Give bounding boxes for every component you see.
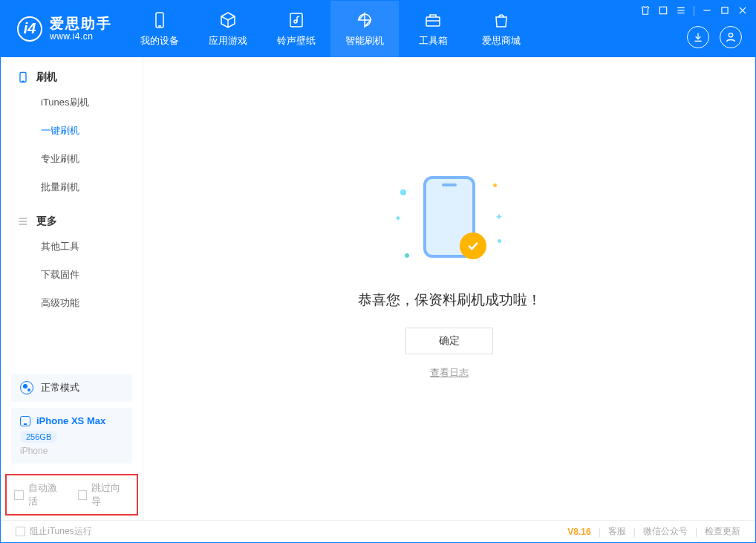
app-logo[interactable]: i4 爱思助手 www.i4.cn bbox=[1, 16, 126, 42]
minimize-icon[interactable] bbox=[702, 5, 712, 16]
main-area: 刷机 iTunes刷机 一键刷机 专业刷机 批量刷机 更多 其他工具 下载固件 … bbox=[1, 57, 755, 520]
footer: 阻止iTunes运行 V8.16 | 客服 | 微信公众号 | 检查更新 bbox=[1, 520, 755, 542]
separator: | bbox=[633, 527, 636, 537]
device-type: iPhone bbox=[20, 446, 123, 456]
sidebar-group-more: 更多 bbox=[1, 201, 143, 233]
music-note-icon bbox=[287, 10, 306, 30]
svg-rect-6 bbox=[659, 7, 666, 13]
sidebar-item-oneclick-flash[interactable]: 一键刷机 bbox=[1, 117, 143, 145]
sidebar-item-batch-flash[interactable]: 批量刷机 bbox=[1, 173, 143, 201]
cube-icon bbox=[218, 10, 238, 30]
logo-text: 爱思助手 www.i4.cn bbox=[50, 16, 112, 42]
app-name: 爱思助手 bbox=[50, 16, 112, 32]
sidebar-item-download-firmware[interactable]: 下载固件 bbox=[1, 261, 143, 289]
svg-rect-4 bbox=[426, 17, 440, 26]
svg-point-3 bbox=[294, 20, 297, 23]
svg-rect-0 bbox=[156, 13, 163, 27]
app-url: www.i4.cn bbox=[50, 32, 112, 42]
top-nav: 我的设备 应用游戏 铃声壁纸 智能刷机 工具箱 爱思商城 bbox=[126, 1, 535, 57]
nav-smart-flash[interactable]: 智能刷机 bbox=[330, 1, 399, 57]
close-icon[interactable] bbox=[737, 5, 748, 16]
success-message: 恭喜您，保资料刷机成功啦！ bbox=[358, 290, 541, 310]
storage-badge: 256GB bbox=[20, 431, 57, 443]
nav-label: 铃声壁纸 bbox=[277, 34, 316, 48]
device-icon bbox=[17, 71, 29, 83]
footer-link-service[interactable]: 客服 bbox=[608, 525, 626, 538]
refresh-icon bbox=[355, 10, 374, 30]
nav-label: 工具箱 bbox=[419, 34, 448, 48]
download-icon[interactable] bbox=[687, 26, 709, 48]
checkbox-auto-activate[interactable]: 自动激活 bbox=[14, 481, 66, 508]
nav-label: 我的设备 bbox=[140, 34, 179, 48]
sidebar-group-flash: 刷机 bbox=[1, 57, 143, 88]
nav-toolbox[interactable]: 工具箱 bbox=[399, 1, 467, 57]
list-icon bbox=[17, 215, 29, 227]
logo-icon: i4 bbox=[17, 16, 42, 42]
checkbox-label: 跳过向导 bbox=[91, 481, 129, 508]
checkbox-icon bbox=[16, 527, 25, 536]
sidebar: 刷机 iTunes刷机 一键刷机 专业刷机 批量刷机 更多 其他工具 下载固件 … bbox=[1, 57, 143, 520]
view-log-link[interactable]: 查看日志 bbox=[430, 366, 469, 380]
footer-link-update[interactable]: 检查更新 bbox=[705, 525, 740, 538]
checkbox-icon bbox=[78, 490, 88, 500]
group-title: 更多 bbox=[36, 215, 57, 228]
success-illustration: ✦✦ bbox=[397, 169, 501, 273]
mode-text: 正常模式 bbox=[41, 381, 79, 394]
checkbox-icon bbox=[14, 490, 24, 500]
content-area: ✦✦ 恭喜您，保资料刷机成功啦！ 确定 查看日志 bbox=[143, 57, 755, 520]
checkbox-label: 阻止iTunes运行 bbox=[30, 525, 92, 538]
sidebar-item-pro-flash[interactable]: 专业刷机 bbox=[1, 145, 143, 173]
group-title: 刷机 bbox=[36, 71, 57, 84]
cube-small-icon[interactable] bbox=[658, 5, 668, 16]
sidebar-item-advanced[interactable]: 高级功能 bbox=[1, 289, 143, 317]
separator: | bbox=[599, 527, 601, 537]
user-icon[interactable] bbox=[720, 26, 742, 48]
menu-icon[interactable] bbox=[676, 5, 686, 16]
mode-icon bbox=[20, 381, 33, 394]
nav-label: 爱思商城 bbox=[482, 34, 521, 48]
nav-label: 应用游戏 bbox=[209, 34, 247, 48]
briefcase-icon bbox=[423, 10, 443, 30]
version-text: V8.16 bbox=[567, 527, 590, 537]
device-small-icon bbox=[20, 416, 30, 426]
separator bbox=[694, 6, 694, 16]
title-bar-icons bbox=[640, 5, 748, 16]
separator: | bbox=[695, 527, 697, 537]
phone-icon bbox=[150, 10, 169, 30]
device-name: iPhone XS Max bbox=[36, 415, 105, 426]
svg-rect-11 bbox=[722, 7, 728, 13]
footer-link-wechat[interactable]: 微信公众号 bbox=[643, 525, 688, 538]
sidebar-item-itunes-flash[interactable]: iTunes刷机 bbox=[1, 88, 143, 117]
bag-icon bbox=[492, 10, 511, 30]
nav-apps-games[interactable]: 应用游戏 bbox=[194, 1, 262, 57]
nav-ringtone-wallpaper[interactable]: 铃声壁纸 bbox=[262, 1, 330, 57]
checkbox-block-itunes[interactable]: 阻止iTunes运行 bbox=[16, 525, 92, 538]
sidebar-item-other-tools[interactable]: 其他工具 bbox=[1, 233, 143, 261]
nav-store[interactable]: 爱思商城 bbox=[467, 1, 535, 57]
svg-point-15 bbox=[729, 33, 732, 37]
checkmark-badge-icon bbox=[460, 233, 486, 259]
header-right-icons bbox=[687, 26, 742, 48]
tshirt-icon[interactable] bbox=[640, 5, 651, 16]
svg-rect-16 bbox=[20, 72, 26, 82]
maximize-icon[interactable] bbox=[720, 5, 730, 16]
checkbox-skip-guide[interactable]: 跳过向导 bbox=[78, 481, 130, 508]
device-mode-card[interactable]: 正常模式 bbox=[11, 374, 132, 402]
nav-my-device[interactable]: 我的设备 bbox=[126, 1, 194, 57]
nav-label: 智能刷机 bbox=[345, 34, 384, 48]
header: i4 爱思助手 www.i4.cn 我的设备 应用游戏 铃声壁纸 智能刷机 工具… bbox=[1, 1, 755, 57]
ok-button[interactable]: 确定 bbox=[405, 328, 493, 354]
bottom-options-highlighted: 自动激活 跳过向导 bbox=[5, 474, 138, 516]
device-card[interactable]: iPhone XS Max 256GB iPhone bbox=[11, 408, 132, 464]
checkbox-label: 自动激活 bbox=[28, 481, 66, 508]
